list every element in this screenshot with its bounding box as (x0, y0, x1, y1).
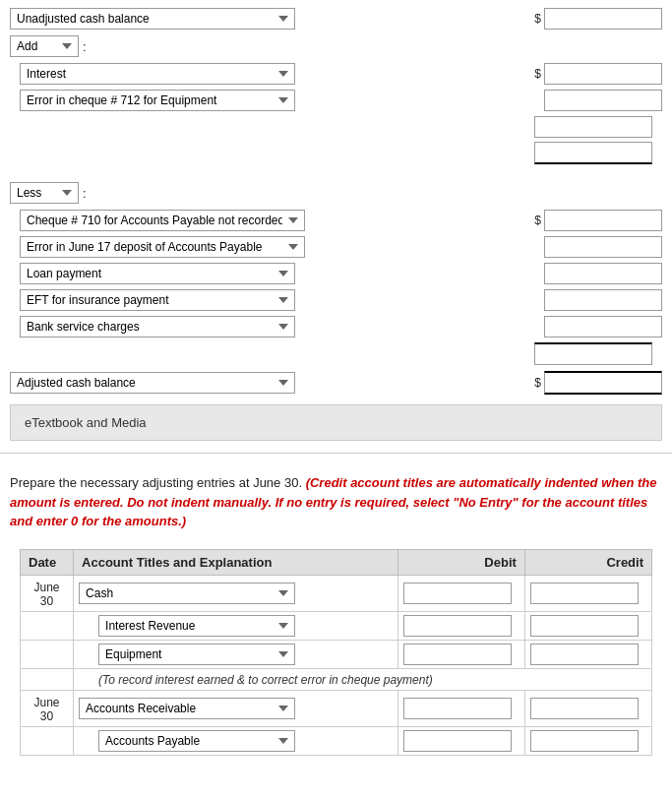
unadjusted-select[interactable]: Unadjusted cash balance (10, 8, 295, 30)
add-row: Add Less : (10, 35, 662, 57)
entry2-ap-cell: Accounts Payable (74, 726, 398, 755)
less-select[interactable]: Less Add (10, 182, 79, 204)
adjusted-amount-input[interactable] (544, 371, 662, 395)
ar-debit-input[interactable] (403, 698, 512, 719)
error-june17-input[interactable] (544, 236, 662, 258)
interest-revenue-select[interactable]: Interest Revenue (98, 615, 295, 637)
error-june17-row: Error in June 17 deposit of Accounts Pay… (10, 236, 662, 258)
accounts-payable-select[interactable]: Accounts Payable (98, 730, 295, 752)
error-cheque-input[interactable] (544, 90, 662, 111)
adjusted-dollar: $ (534, 376, 541, 390)
divider (0, 453, 672, 454)
cheque710-dollar: $ (534, 214, 541, 227)
accounts-receivable-select[interactable]: Accounts Receivable (79, 698, 295, 719)
loan-select[interactable]: Loan payment (20, 263, 295, 284)
entry1-interest-credit (524, 611, 651, 640)
less-colon: : (83, 186, 87, 201)
cheque710-input[interactable] (544, 210, 662, 231)
entry1-note-text: (To record interest earned & to correct … (79, 669, 433, 691)
error-cheque-select[interactable]: Error in cheque # 712 for Equipment (20, 90, 295, 111)
eft-input[interactable] (544, 289, 662, 311)
interest-revenue-debit-input[interactable] (403, 615, 512, 637)
ap-credit-input[interactable] (530, 730, 639, 752)
entry2-ap-debit (397, 726, 524, 755)
entry1-cash-credit (524, 575, 651, 611)
table-row: Interest Revenue (21, 611, 652, 640)
credit-header: Credit (524, 549, 651, 575)
eft-select[interactable]: EFT for insurance payment (20, 289, 295, 311)
unadjusted-amount-group: $ (534, 8, 662, 30)
date-header: Date (21, 549, 74, 575)
entry2-ap-credit (524, 726, 651, 755)
bank-charges-input[interactable] (544, 316, 662, 338)
subtotal-input-1[interactable] (534, 116, 652, 138)
interest-row: Interest $ (10, 63, 662, 85)
cash-debit-input[interactable] (403, 583, 512, 604)
unadjusted-amount-input[interactable] (544, 8, 662, 30)
accounts-receivable-row: Accounts Receivable (79, 698, 393, 719)
interest-revenue-credit-input[interactable] (530, 615, 639, 637)
table-row: Equipment (21, 640, 652, 668)
journal-table-container: Date Account Titles and Explanation Debi… (0, 549, 672, 756)
unadjusted-dollar: $ (534, 12, 541, 26)
entry1-equipment-cell: Equipment (74, 640, 398, 668)
entry1-date: June30 (21, 575, 74, 611)
subtotal-input-2[interactable] (534, 142, 652, 164)
error-cheque-row: Error in cheque # 712 for Equipment (10, 90, 662, 111)
cash-account-row: Cash (79, 583, 393, 604)
add-colon: : (83, 39, 87, 54)
add-select[interactable]: Add Less (10, 35, 79, 57)
entry1-equipment-date (21, 640, 74, 668)
bank-charges-row: Bank service charges (10, 316, 662, 338)
less-subtotal-input[interactable] (534, 342, 652, 365)
interest-select[interactable]: Interest (20, 63, 295, 85)
debit-header: Debit (397, 549, 524, 575)
entry1-date-blank (21, 611, 74, 640)
interest-revenue-row: Interest Revenue (79, 615, 393, 637)
entry1-note-date (21, 668, 74, 690)
unadjusted-row: Unadjusted cash balance $ (10, 8, 662, 30)
table-row: (To record interest earned & to correct … (21, 668, 652, 690)
interest-dollar: $ (534, 67, 541, 81)
instruction-paragraph: Prepare the necessary adjusting entries … (10, 473, 662, 531)
entry2-ap-date (21, 726, 74, 755)
table-header-row: Date Account Titles and Explanation Debi… (21, 549, 652, 575)
entry1-interest-debit (397, 611, 524, 640)
cheque710-select[interactable]: Cheque # 710 for Accounts Payable not re… (20, 210, 305, 231)
entry1-note-cell: (To record interest earned & to correct … (74, 668, 652, 690)
less-row: Less Add : (10, 182, 662, 204)
entry1-cash-debit (397, 575, 524, 611)
table-row: Accounts Payable (21, 726, 652, 755)
interest-amount-group: $ (534, 63, 662, 85)
ar-credit-input[interactable] (530, 698, 639, 719)
etextbook-bar: eTextbook and Media (10, 404, 662, 441)
loan-input[interactable] (544, 263, 662, 284)
eft-row: EFT for insurance payment (10, 289, 662, 311)
instruction-normal-text: Prepare the necessary adjusting entries … (10, 475, 302, 490)
journal-table: Date Account Titles and Explanation Debi… (20, 549, 652, 756)
etextbook-label: eTextbook and Media (25, 415, 147, 430)
equipment-account-row: Equipment (79, 644, 393, 665)
cheque710-amount-group: $ (534, 210, 662, 231)
entry2-date: June30 (21, 690, 74, 726)
entry1-equipment-credit (524, 640, 651, 668)
equipment-debit-input[interactable] (403, 644, 512, 665)
equipment-credit-input[interactable] (530, 644, 639, 665)
adjusted-row: Adjusted cash balance $ (10, 371, 662, 395)
ap-debit-input[interactable] (403, 730, 512, 752)
table-row: June30 Accounts Receivable (21, 690, 652, 726)
account-header: Account Titles and Explanation (74, 549, 398, 575)
bank-charges-select[interactable]: Bank service charges (20, 316, 295, 338)
less-section: Less Add : Cheque # 710 for Accounts Pay… (0, 182, 672, 395)
instruction-section: Prepare the necessary adjusting entries … (0, 465, 672, 549)
error-june17-select[interactable]: Error in June 17 deposit of Accounts Pay… (20, 236, 305, 258)
accounts-payable-row: Accounts Payable (79, 730, 393, 752)
cash-credit-input[interactable] (530, 583, 639, 604)
bank-section: Unadjusted cash balance $ Add Less : Int… (0, 0, 672, 182)
entry1-cash-cell: Cash (74, 575, 398, 611)
interest-amount-input[interactable] (544, 63, 662, 85)
adjusted-select[interactable]: Adjusted cash balance (10, 372, 295, 394)
cash-account-select[interactable]: Cash (79, 583, 295, 604)
entry2-ar-credit (524, 690, 651, 726)
equipment-select[interactable]: Equipment (98, 644, 295, 665)
